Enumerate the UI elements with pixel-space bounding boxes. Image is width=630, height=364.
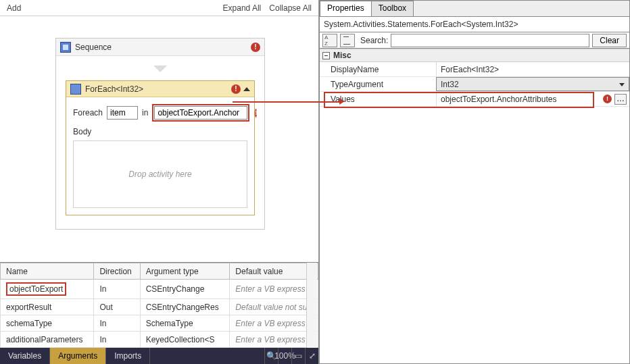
prop-row-values[interactable]: Values objectToExport.AnchorAttributes !… <box>320 92 629 107</box>
alpha-sort-button[interactable] <box>340 34 355 47</box>
designer-toolbar: Add Expand All Collapse All <box>0 0 318 16</box>
table-row[interactable]: exportResultOutCSEntryChangeResDefault v… <box>1 299 318 315</box>
foreach-activity[interactable]: ForEach<Int32> ! Foreach in <box>66 80 255 215</box>
prop-value[interactable]: objectToExport.AnchorAttributes <box>436 92 600 106</box>
prop-name: TypeArgument <box>320 80 436 89</box>
table-cell[interactable]: KeyedCollection<S <box>140 332 230 348</box>
collapse-all-link[interactable]: Collapse All <box>265 3 316 13</box>
clear-button[interactable]: Clear <box>592 34 627 47</box>
table-row[interactable]: additionalParametersInKeyedCollection<SE… <box>1 332 318 348</box>
drop-arrow-icon <box>153 66 167 72</box>
table-cell[interactable]: In <box>94 280 140 299</box>
col-name[interactable]: Name <box>1 263 94 280</box>
foreach-title: ForEach<Int32> <box>85 84 143 94</box>
properties-grid[interactable]: Misc DisplayName ForEach<Int32> TypeArgu… <box>320 49 629 363</box>
properties-toolbar: Search: Clear <box>320 32 629 49</box>
fit-icon[interactable]: ⤢ <box>305 348 318 364</box>
sequence-icon <box>60 42 71 53</box>
arguments-grid[interactable]: Name Direction Argument type Default val… <box>0 262 318 348</box>
foreach-values-input[interactable] <box>154 106 247 120</box>
argument-name-highlight: objectToExport <box>6 282 66 296</box>
bottom-tab-bar: Variables Arguments Imports 🔍 100% ▭ ⤢ <box>0 348 318 364</box>
ellipsis-button[interactable]: … <box>614 94 627 105</box>
prop-row-typeargument[interactable]: TypeArgument Int32 <box>320 77 629 92</box>
foreach-icon <box>70 84 81 95</box>
table-row[interactable]: objectToExportInCSEntryChangeEnter a VB … <box>1 280 318 299</box>
collapse-icon[interactable] <box>322 52 330 59</box>
table-cell[interactable]: Enter a VB express <box>230 280 318 299</box>
category-label: Misc <box>333 51 352 60</box>
selected-type-label: System.Activities.Statements.ForEach<Sys… <box>320 17 629 32</box>
table-cell[interactable]: schemaType <box>1 315 94 332</box>
prop-row-displayname[interactable]: DisplayName ForEach<Int32> <box>320 62 629 77</box>
col-direction[interactable]: Direction <box>94 263 140 280</box>
col-default[interactable]: Default value <box>230 263 318 280</box>
callout-arrow <box>233 101 341 103</box>
foreach-item-input[interactable] <box>107 106 138 120</box>
foreach-label: Foreach <box>73 108 103 118</box>
table-cell[interactable]: Enter a VB express <box>230 332 318 348</box>
drop-hint: Drop activity here <box>128 170 191 179</box>
tab-imports[interactable]: Imports <box>106 348 150 364</box>
table-row[interactable]: schemaTypeInSchemaTypeEnter a VB express <box>1 315 318 332</box>
table-cell[interactable]: SchemaType <box>140 315 230 332</box>
sequence-activity[interactable]: Sequence ! ForEach<Int32> ! <box>55 38 265 230</box>
tab-variables[interactable]: Variables <box>0 348 50 364</box>
prop-value[interactable]: ForEach<Int32> <box>436 62 629 76</box>
error-icon[interactable]: ! <box>231 84 241 94</box>
table-cell[interactable]: In <box>94 315 140 332</box>
table-cell[interactable]: CSEntryChange <box>140 280 230 299</box>
table-cell[interactable]: Out <box>94 299 140 315</box>
sequence-title: Sequence <box>75 43 112 52</box>
zoom-label[interactable]: 100% <box>278 348 291 364</box>
add-link[interactable]: Add <box>3 3 25 13</box>
categorized-sort-button[interactable] <box>322 34 337 47</box>
tab-arguments[interactable]: Arguments <box>50 348 106 364</box>
error-icon[interactable]: ! <box>255 109 257 118</box>
scrollbar[interactable] <box>306 263 317 348</box>
collapse-chevron-icon[interactable] <box>243 87 250 91</box>
body-drop-zone[interactable]: Drop activity here <box>73 140 247 208</box>
overview-icon[interactable]: ▭ <box>291 348 305 364</box>
table-cell[interactable]: exportResult <box>1 299 94 315</box>
tab-properties[interactable]: Properties <box>320 1 372 16</box>
in-label: in <box>142 108 148 118</box>
table-cell[interactable]: additionalParameters <box>1 332 94 348</box>
table-cell[interactable]: CSEntryChangeRes <box>140 299 230 315</box>
expand-all-link[interactable]: Expand All <box>219 3 266 13</box>
table-cell[interactable]: objectToExport <box>1 280 94 299</box>
prop-value-dropdown[interactable]: Int32 <box>436 77 629 91</box>
properties-tabstrip: Properties Toolbox <box>320 1 629 17</box>
search-label: Search: <box>360 36 388 45</box>
tab-toolbox[interactable]: Toolbox <box>371 1 414 16</box>
values-expression-highlight <box>152 104 249 122</box>
body-label: Body <box>73 127 247 136</box>
table-cell[interactable]: Default value not su <box>230 299 318 315</box>
table-cell[interactable]: Enter a VB express <box>230 315 318 332</box>
prop-name: DisplayName <box>320 65 436 74</box>
error-icon[interactable]: ! <box>251 43 260 52</box>
table-cell[interactable]: In <box>94 332 140 348</box>
designer-canvas[interactable]: Sequence ! ForEach<Int32> ! <box>0 16 318 262</box>
search-input[interactable] <box>391 34 589 47</box>
col-argtype[interactable]: Argument type <box>140 263 230 280</box>
error-icon[interactable]: ! <box>603 95 612 103</box>
